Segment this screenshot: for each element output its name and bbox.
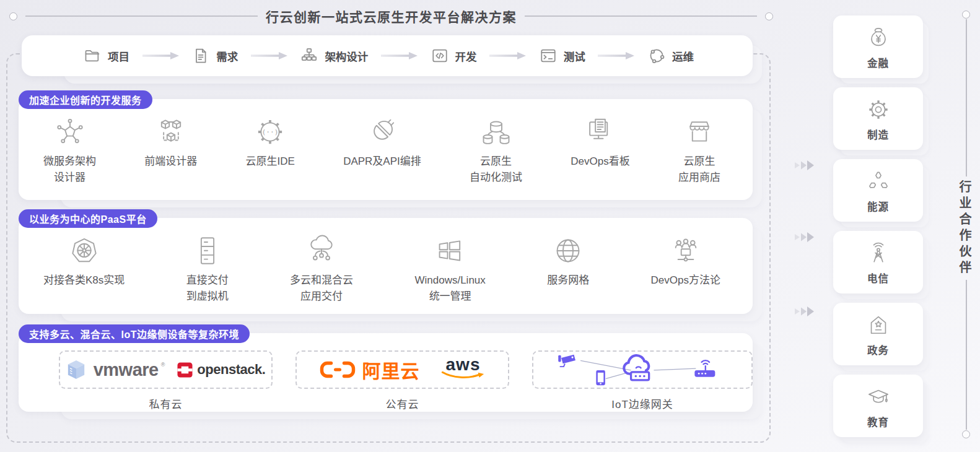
environment-group: 阿里云aws公有云 <box>295 350 509 411</box>
section-badge-environments: 支持多云、混合云、IoT边缘侧设备等复杂环境 <box>19 324 250 343</box>
telecom-icon <box>865 240 892 267</box>
feature-item: 前端设计器 <box>144 115 197 170</box>
feature-item-label: 服务网格 <box>547 272 589 289</box>
feature-item-label: 多云和混合云 应用交付 <box>290 272 353 304</box>
aws-logo: aws <box>441 357 486 382</box>
environment-box: 阿里云aws <box>295 350 509 389</box>
feature-item-label: DAPR及API编排 <box>343 154 421 170</box>
vmware-logo: vmware® <box>66 359 165 380</box>
workflow-step: 项目 <box>84 47 129 64</box>
feature-item: 对接各类K8s实现 <box>43 234 125 289</box>
workflow-steps: 项目需求架构设计开发测试运维 <box>22 35 753 76</box>
flow-arrow-icon <box>142 51 180 60</box>
service-mesh-icon <box>551 234 585 267</box>
folder-icon <box>84 47 101 64</box>
workflow-step-label: 架构设计 <box>325 48 368 64</box>
section-badge-paas-platform: 以业务为中心的PaaS平台 <box>19 209 157 228</box>
government-icon <box>865 311 892 339</box>
industry-card: 能源 <box>833 159 923 222</box>
environment-group: vmware®openstack.私有云 <box>59 350 273 411</box>
dev-services-items: 微服务架构 设计器前端设计器(··)云原生IDEDAPR及API编排云原生 自动… <box>19 99 753 185</box>
section-badge-dev-services: 加速企业创新的开发服务 <box>19 90 152 109</box>
server-cube-icon <box>66 359 86 380</box>
feature-item-label: 微服务架构 设计器 <box>43 154 96 185</box>
environment-label: 私有云 <box>149 396 183 411</box>
vmware-logo-text: vmware <box>94 360 159 380</box>
rail-line-bottom <box>966 280 967 430</box>
alibaba-cloud-logo: 阿里云 <box>320 356 420 383</box>
workflow-step: 架构设计 <box>300 47 368 64</box>
rail-end-dot <box>962 11 970 19</box>
manufacturing-icon <box>865 96 892 123</box>
feature-item: 直接交付 到虚拟机 <box>186 234 229 304</box>
feature-item-label: 云原生IDE <box>246 154 295 170</box>
flow-arrow-icon <box>380 51 419 60</box>
workflow-step: 开发 <box>431 47 477 64</box>
openstack-logo: openstack. <box>177 362 265 378</box>
feature-item: DevOps方法论 <box>651 234 720 289</box>
devops-methodology-icon <box>669 234 702 267</box>
title-row: 行云创新一站式云原生开发平台解决方案 <box>9 7 773 25</box>
environment-group: IoT边缘网关 <box>532 350 753 411</box>
section-badge-label: 支持多云、混合云、IoT边缘侧设备等复杂环境 <box>29 326 239 341</box>
feature-item-label: 对接各类K8s实现 <box>43 272 125 289</box>
environment-label: IoT边缘网关 <box>611 396 673 411</box>
industry-card: 教育 <box>833 375 923 437</box>
feature-item-label: 前端设计器 <box>144 154 197 170</box>
section-badge-label: 以业务为中心的PaaS平台 <box>29 211 147 226</box>
iot-devices-graphic <box>543 352 742 388</box>
alibaba-bracket-icon <box>320 361 356 378</box>
industry-label: 电信 <box>867 271 889 285</box>
automated-testing-icon <box>479 115 513 149</box>
solution-diagram: 行云创新一站式云原生开发平台解决方案 项目需求架构设计开发测试运维 加速企业创新… <box>0 0 980 452</box>
operations-icon <box>648 47 665 64</box>
double-chevron-icon <box>794 305 815 320</box>
rail-end-dot <box>962 430 970 438</box>
feature-item: 服务网格 <box>547 234 589 289</box>
industry-label: 政务 <box>867 342 889 357</box>
flow-arrow-icon <box>597 51 636 60</box>
api-orchestration-icon <box>365 115 399 149</box>
workflow-step-label: 项目 <box>108 48 129 64</box>
industry-label: 制造 <box>867 127 889 142</box>
environment-groups: vmware®openstack.私有云阿里云aws公有云IoT边缘网关 <box>19 333 753 411</box>
feature-item: (··)云原生IDE <box>246 115 295 170</box>
alibaba-cloud-text: 阿里云 <box>362 356 420 383</box>
environment-label: 公有云 <box>386 396 419 411</box>
section-badge-label: 加速企业创新的开发服务 <box>29 92 142 107</box>
microservice-designer-icon <box>53 115 87 149</box>
title-line-left <box>25 15 258 16</box>
openstack-mark-icon <box>177 362 193 378</box>
paas-platform-items: 对接各类K8s实现直接交付 到虚拟机多云和混合云 应用交付Windows/Lin… <box>19 218 753 304</box>
code-window-icon <box>431 47 448 64</box>
workflow-step: 运维 <box>648 47 694 64</box>
feature-item-label: DevOps看板 <box>571 154 629 170</box>
industry-label: 教育 <box>867 414 889 429</box>
terminal-icon <box>540 47 557 64</box>
industry-label: 能源 <box>867 199 889 214</box>
title-line-right <box>525 15 757 16</box>
workflow-step-label: 测试 <box>564 48 585 64</box>
section-paas-platform: 以业务为中心的PaaS平台 对接各类K8s实现直接交付 到虚拟机多云和混合云 应… <box>19 218 753 314</box>
feature-item: DevOps看板 <box>571 115 629 170</box>
industry-card: 金融 <box>833 15 923 78</box>
multicloud-delivery-icon <box>305 234 338 267</box>
workflow-step: 测试 <box>540 47 585 64</box>
svg-text:(··): (··) <box>262 128 279 136</box>
industry-card: 电信 <box>833 231 923 293</box>
feature-item-label: 云原生 应用商店 <box>678 154 720 185</box>
devops-board-icon <box>584 115 617 149</box>
energy-icon <box>865 168 892 195</box>
trademark-symbol: ® <box>161 362 165 368</box>
page-title: 行云创新一站式云原生开发平台解决方案 <box>266 7 517 25</box>
industry-card: 政务 <box>833 303 923 365</box>
feature-item: DAPR及API编排 <box>343 115 421 170</box>
double-chevron-icon <box>794 159 815 174</box>
environment-box: vmware®openstack. <box>59 350 273 389</box>
rail-line-top <box>966 19 967 176</box>
frontend-designer-icon <box>154 115 188 149</box>
cloud-ide-icon: (··) <box>253 115 287 149</box>
flow-arrow-icon <box>250 51 289 60</box>
feature-item: 多云和混合云 应用交付 <box>290 234 353 304</box>
workflow-step-label: 需求 <box>216 48 238 64</box>
